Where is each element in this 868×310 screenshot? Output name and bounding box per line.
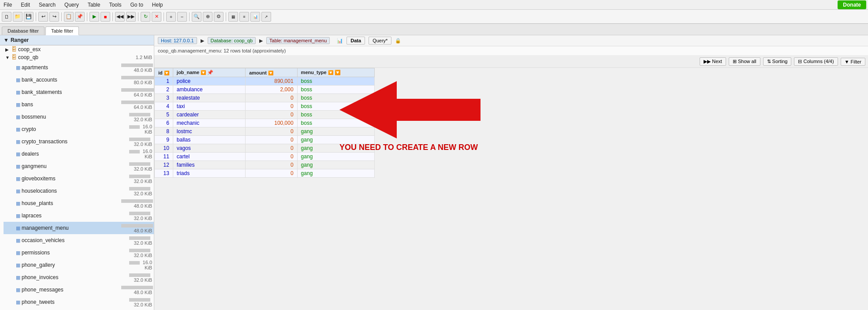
cell-job: mechanic (173, 119, 245, 127)
cell-id: 12 (155, 161, 173, 169)
table-row[interactable]: 9 ballas 0 gang (155, 136, 375, 144)
cell-id: 10 (155, 144, 173, 153)
add-row-button[interactable]: + (166, 12, 176, 22)
tab-table-filter[interactable]: Table filter (45, 26, 79, 35)
sidebar-item-bank-accounts[interactable]: ▦ bank_accounts 80.0 KiB (4, 74, 154, 86)
redo-button[interactable]: ↪ (49, 12, 59, 22)
menu-tools[interactable]: Tools (107, 2, 123, 8)
sidebar-item-crypto-transactions[interactable]: ▦ crypto_transactions 32.0 KiB (4, 135, 154, 148)
zoom-button[interactable]: ⊕ (203, 12, 212, 22)
sorting-button[interactable]: ⇅ Sorting (763, 57, 792, 66)
table-row[interactable]: 8 lostmc 0 gang (155, 127, 375, 136)
copy-button[interactable]: 📋 (64, 12, 74, 22)
menu-search[interactable]: Search (37, 2, 57, 8)
table-row[interactable]: 11 cartel 0 gang (155, 153, 375, 161)
sidebar-item-occasion-vehicles[interactable]: ▦ occasion_vehicles 32.0 KiB (4, 234, 154, 247)
delete-row-button[interactable]: − (177, 12, 187, 22)
list-button[interactable]: ≡ (239, 12, 249, 22)
main-layout: ▼ Ranger ▶ 🗄 coop_esx ▼ 🗄 coop_qb 1.2 Mi… (0, 35, 868, 310)
chart-button[interactable]: 📊 (250, 12, 260, 22)
sidebar-item-bossmenu[interactable]: ▦ bossmenu 32.0 KiB (4, 111, 154, 123)
next-nav-button[interactable]: ▶▶ (126, 12, 136, 22)
sidebar-item-house-plants[interactable]: ▦ house_plants 48.0 KiB (4, 197, 154, 209)
table-row[interactable]: 12 families 0 gang (155, 161, 375, 169)
cell-job: cartel (173, 153, 245, 161)
filter-button[interactable]: ▼ Filter (841, 58, 865, 66)
menu-goto[interactable]: Go to (128, 2, 145, 8)
sidebar-item-coop-esx[interactable]: ▶ 🗄 coop_esx (4, 45, 154, 53)
sidebar-item-dealers[interactable]: ▦ dealers 16.0 KiB (4, 148, 154, 160)
cell-menu-type: gang (297, 161, 374, 169)
columns-button[interactable]: ⊟ Columns (4/4) (794, 57, 838, 66)
export-button[interactable]: ↗ (261, 12, 271, 22)
refresh-button[interactable]: ↻ (141, 12, 150, 22)
col-header-amount[interactable]: amount 🔽 (246, 68, 297, 77)
settings-button[interactable]: ⚙ (214, 12, 224, 22)
sidebar-item-bans[interactable]: ▦ bans 64.0 KiB (4, 98, 154, 111)
table-row[interactable]: 13 triads 0 gang (155, 169, 375, 178)
paste-button[interactable]: 📌 (75, 12, 85, 22)
table-row[interactable]: 1 police 890,001 boss (155, 77, 375, 86)
cell-job: ambulance (173, 86, 245, 94)
sidebar-item-gloveboxitems[interactable]: ▦ gloveboxitems 32.0 KiB (4, 172, 154, 185)
sidebar-item-phone-invoices[interactable]: ▦ phone_invoices 32.0 KiB (4, 271, 154, 284)
size-bar (121, 88, 154, 92)
donate-button[interactable]: Donate (838, 0, 866, 9)
table-container[interactable]: id 🔽 job_name 🔽 📌 amount 🔽 menu_type 🔽 (154, 68, 868, 310)
sidebar-item-crypto[interactable]: ▦ crypto 16.0 KiB (4, 123, 154, 135)
table-row[interactable]: 3 realestate 0 boss (155, 94, 375, 102)
stop-button[interactable]: ■ (101, 12, 110, 22)
menu-table[interactable]: Table (86, 2, 102, 8)
sidebar-item-phone-tweets[interactable]: ▦ phone_tweets 32.0 KiB (4, 296, 154, 308)
table-icon: ▦ (16, 151, 20, 157)
table-row[interactable]: 6 mechanic 100,000 boss (155, 119, 375, 127)
query-tab-button[interactable]: Query* (369, 37, 391, 45)
menu-file[interactable]: File (2, 2, 14, 8)
table-icon: ▦ (16, 275, 20, 280)
sidebar-item-phone-gallery[interactable]: ▦ phone_gallery 16.0 KiB (4, 259, 154, 271)
sidebar-item-gangmenu[interactable]: ▦ gangmenu 32.0 KiB (4, 160, 154, 172)
show-all-button[interactable]: ⊞ Show all (729, 57, 760, 66)
table-row[interactable]: 4 taxi 0 boss (155, 102, 375, 111)
sidebar-item-apartments[interactable]: ▦ apartments 48.0 KiB (4, 61, 154, 74)
col-header-job-name[interactable]: job_name 🔽 📌 (173, 68, 245, 77)
menu-help[interactable]: Help (150, 2, 165, 8)
sidebar-item-houselocations[interactable]: ▦ houselocations 32.0 KiB (4, 185, 154, 197)
menu-query[interactable]: Query (63, 2, 81, 8)
cancel-button[interactable]: ✕ (152, 12, 161, 22)
table-icon: ▦ (16, 102, 20, 108)
data-tab-button[interactable]: Data (346, 37, 365, 45)
sidebar-item-management-menu[interactable]: ▦ management_menu 48.0 KiB (4, 222, 154, 234)
table-icon: ▦ (16, 299, 20, 305)
table-row[interactable]: 2 ambulance 2,000 boss (155, 86, 375, 94)
sidebar-item-players[interactable]: ▦ players 64.0 KiB (4, 308, 154, 310)
db-icon-2: 🗄 (11, 54, 17, 60)
table-row[interactable]: 10 vagos 0 gang (155, 144, 375, 153)
cell-menu-type: gang (297, 144, 374, 153)
undo-button[interactable]: ↩ (38, 12, 48, 22)
toolbar-sep-7 (189, 12, 190, 21)
menu-bar: File Edit Search Query Table Tools Go to… (0, 0, 868, 10)
table-row[interactable]: 5 cardealer 0 boss (155, 111, 375, 119)
toolbar-sep-8 (226, 12, 226, 21)
new-button[interactable]: 🗋 (2, 12, 11, 22)
next-button[interactable]: ▶▶ Next (700, 57, 726, 66)
col-header-id[interactable]: id 🔽 (155, 68, 173, 77)
search-button[interactable]: 🔍 (192, 12, 201, 22)
menu-edit[interactable]: Edit (19, 2, 32, 8)
prev-button[interactable]: ◀◀ (115, 12, 125, 22)
cell-id: 1 (155, 77, 173, 86)
table-icon: ▦ (16, 65, 20, 71)
run-button[interactable]: ▶ (89, 12, 99, 22)
save-button[interactable]: 💾 (24, 12, 34, 22)
sidebar-item-bank-statements[interactable]: ▦ bank_statements 64.0 KiB (4, 86, 154, 98)
sidebar-item-coop-qb[interactable]: ▼ 🗄 coop_qb 1.2 MiB (4, 53, 154, 61)
cell-amount: 0 (246, 94, 297, 102)
sidebar-item-phone-messages[interactable]: ▦ phone_messages 48.0 KiB (4, 284, 154, 296)
sidebar-item-permissions[interactable]: ▦ permissions 32.0 KiB (4, 247, 154, 259)
grid-button[interactable]: ▦ (228, 12, 238, 22)
tab-database-filter[interactable]: Database filter (2, 26, 45, 35)
sidebar-item-lapraces[interactable]: ▦ lapraces 32.0 KiB (4, 209, 154, 222)
open-button[interactable]: 📁 (13, 12, 22, 22)
col-header-menu-type[interactable]: menu_type 🔽 🔽 (297, 68, 374, 77)
